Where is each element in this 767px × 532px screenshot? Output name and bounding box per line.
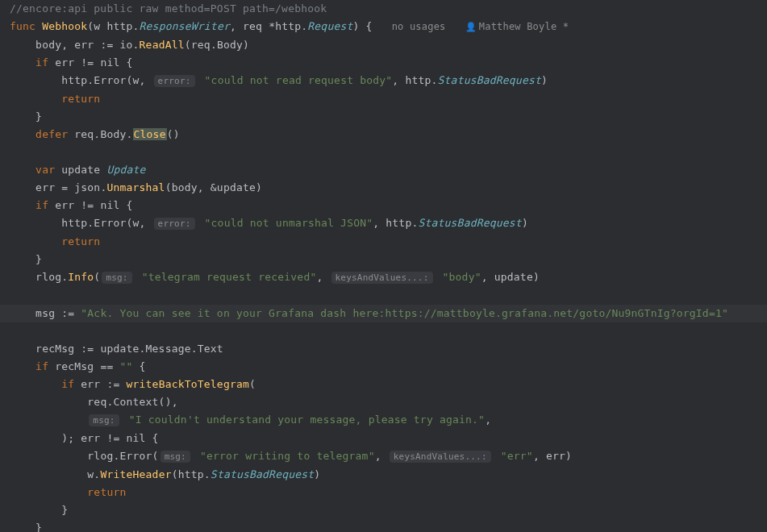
code-line[interactable]: var update Update xyxy=(0,161,767,179)
code-line[interactable]: http.Error(w, error: "could not unmarsha… xyxy=(0,214,767,233)
param-hint: msg: xyxy=(160,451,190,463)
code-line[interactable]: rlog.Error(msg: "error writing to telegr… xyxy=(0,447,767,466)
param-hint: msg: xyxy=(102,272,131,284)
code-line[interactable]: } xyxy=(0,501,767,519)
author-icon: 👤 xyxy=(465,22,477,32)
code-line[interactable]: defer req.Body.Close() xyxy=(0,126,767,143)
code-line[interactable]: http.Error(w, error: "could not read req… xyxy=(0,72,767,90)
comment: //encore:api public raw method=POST path… xyxy=(10,2,327,15)
code-line[interactable]: msg: "I couldn't understand your message… xyxy=(0,411,767,430)
code-line[interactable] xyxy=(0,322,767,340)
code-line[interactable]: if recMsg == "" { xyxy=(0,358,767,376)
param-hint: msg: xyxy=(89,414,119,426)
param-hint: keysAndValues...: xyxy=(390,451,491,463)
author-label: Matthew Boyle * xyxy=(479,21,569,32)
code-line[interactable]: err = json.Unmarshal(body, &update) xyxy=(0,179,767,197)
param-hint: error: xyxy=(154,75,195,87)
code-line[interactable]: req.Context(), xyxy=(0,393,767,411)
code-line[interactable]: if err := writeBackToTelegram( xyxy=(0,376,767,393)
code-line[interactable]: if err != nil { xyxy=(0,197,767,214)
code-line[interactable] xyxy=(0,143,767,161)
code-line[interactable]: } xyxy=(0,519,767,532)
code-line-highlighted[interactable]: msg := "Ack. You can see it on your Graf… xyxy=(0,305,767,322)
usages-hint: no usages xyxy=(392,21,446,32)
param-hint: error: xyxy=(154,218,195,230)
code-line[interactable]: w.WriteHeader(http.StatusBadRequest) xyxy=(0,466,767,484)
code-line[interactable]: //encore:api public raw method=POST path… xyxy=(0,0,767,18)
code-line[interactable]: return xyxy=(0,233,767,251)
code-line[interactable]: } xyxy=(0,251,767,268)
code-line[interactable] xyxy=(0,287,767,305)
param-hint: keysAndValues...: xyxy=(331,272,433,284)
code-line[interactable]: if err != nil { xyxy=(0,54,767,72)
code-editor[interactable]: //encore:api public raw method=POST path… xyxy=(0,0,767,532)
code-line[interactable]: ); err != nil { xyxy=(0,430,767,447)
code-line[interactable]: body, err := io.ReadAll(req.Body) xyxy=(0,36,767,54)
code-line[interactable]: return xyxy=(0,484,767,501)
code-line[interactable]: rlog.Info(msg: "telegram request receive… xyxy=(0,268,767,287)
code-line[interactable]: func Webhook(w http.ResponseWriter, req … xyxy=(0,18,767,36)
code-line[interactable]: recMsg := update.Message.Text xyxy=(0,340,767,358)
code-line[interactable]: } xyxy=(0,108,767,126)
code-line[interactable]: return xyxy=(0,90,767,108)
